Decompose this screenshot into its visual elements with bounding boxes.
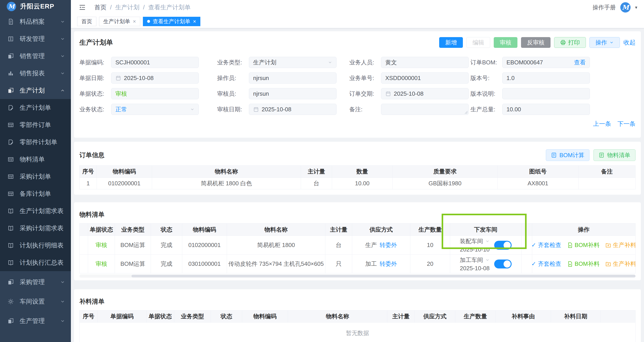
col-supply-mode: 供应方式 <box>352 224 410 236</box>
operator-input[interactable]: njrsun <box>249 72 336 84</box>
book-icon <box>8 242 14 248</box>
horizontal-scrollbar[interactable] <box>80 274 636 278</box>
sidebar-item-workshop-settings[interactable]: 车间设置 <box>0 293 71 310</box>
biz-status-select[interactable]: 正常 <box>111 104 199 115</box>
table-header-row: 单据状态 业务类型 状态 物料编码 物料名称 主计量 供应方式 生产数量 下发车… <box>80 224 636 236</box>
breadcrumb-home[interactable]: 首页 <box>94 3 106 12</box>
doc-status-input[interactable]: 审核 <box>111 88 199 99</box>
cell-production-qty: 20 <box>410 254 450 274</box>
to-outsource-link[interactable]: 转委外 <box>380 241 397 249</box>
field-value: 1.0 <box>506 75 514 82</box>
sidebar-item-material-list[interactable]: 物料清单 <box>0 151 71 168</box>
sidebar-item-rnd-management[interactable]: 研发管理 <box>0 30 71 48</box>
col-spacer <box>80 224 88 236</box>
sidebar-item-production-demand-report[interactable]: 生产计划需求表 <box>0 202 71 220</box>
doc-code-input[interactable]: SCJH000001 <box>111 57 199 68</box>
breadcrumb-section[interactable]: 生产计划 <box>116 3 140 12</box>
table-row[interactable]: 审核 BOM运算 完成 0102000001 简易机柜 1800 台 生产 转委… <box>80 236 636 254</box>
view-bom-link[interactable]: 查看 <box>574 58 586 66</box>
to-outsource-link[interactable]: 转委外 <box>380 260 397 268</box>
print-button[interactable]: 打印 <box>554 37 586 48</box>
production-supplement-action[interactable]: 生产补料 <box>605 260 635 268</box>
manual-link[interactable]: 操作手册 <box>592 4 616 12</box>
tab-production-plan-order[interactable]: 生产计划单 × <box>99 17 140 26</box>
prev-record-link[interactable]: 上一条 <box>593 120 611 128</box>
scrollbar-thumb[interactable] <box>132 275 636 278</box>
field-label: 版本说明: <box>470 90 502 98</box>
order-delivery-date-input[interactable]: 2025-10-08 <box>381 88 469 99</box>
sidebar-item-material-archive[interactable]: 料品档案 <box>0 13 71 30</box>
sidebar-item-production-plan-order[interactable]: 生产计划单 <box>0 99 71 116</box>
dispatch-toggle[interactable] <box>494 241 512 250</box>
chevron-down-icon[interactable]: ▾ <box>635 5 637 10</box>
sidebar-item-production-management[interactable]: 生产管理 <box>0 312 71 330</box>
edit-button[interactable]: 编辑 <box>466 37 490 48</box>
sidebar-item-plan-execution-detail[interactable]: 计划执行明细表 <box>0 237 71 254</box>
field-label: 审核员: <box>217 90 249 98</box>
field-value: 2025-10-08 <box>394 90 424 97</box>
table-header-row: 序号 单据编码 单据状态 业务类型 状态 物料编码 物料名称 主计量 供应方式 … <box>80 310 636 322</box>
doc-date-input[interactable]: 2025-10-08 <box>111 72 199 84</box>
table-row[interactable]: 1 0102000001 简易机柜 1800 白色 台 10.00 GB国标19… <box>80 178 636 189</box>
bom-supplement-action[interactable]: BOM补料 <box>567 241 600 249</box>
version-no-input[interactable]: 1.0 <box>502 72 590 84</box>
kit-check-action[interactable]: ✓齐套检查 <box>532 241 561 249</box>
gear-icon <box>8 298 14 305</box>
kit-check-action[interactable]: ✓齐套检查 <box>532 260 561 268</box>
col-production-qty: 生产数量 <box>455 310 496 322</box>
cell-actions: ✓齐套检查 BOM补料 生产补料 <box>532 236 636 254</box>
resize-handle-icon[interactable] <box>465 111 468 114</box>
sidebar-item-plan-execution-summary[interactable]: 计划执行汇总表 <box>0 254 71 271</box>
sidebar-item-stock-plan-order[interactable]: 备库计划单 <box>0 185 71 202</box>
col-actions: 操作 <box>532 224 636 236</box>
field-label: 审核日期: <box>217 106 249 113</box>
bom-supplement-action[interactable]: BOM补料 <box>567 260 600 268</box>
tab-bar: 首页 生产计划单 × 查看生产计划单 × <box>71 15 644 28</box>
collapse-link[interactable]: 收起 <box>624 38 636 46</box>
audit-button[interactable]: 审核 <box>494 37 518 48</box>
biz-type-select[interactable]: 生产计划 <box>249 57 336 68</box>
sidebar-item-parts-order[interactable]: 零部件订单 <box>0 116 71 134</box>
workshop-select[interactable]: 装配车间 <box>460 238 490 245</box>
add-button[interactable]: 新增 <box>439 37 463 48</box>
order-bom-input[interactable]: EBOM000647 查看 <box>502 57 590 68</box>
sidebar-collapse-icon[interactable] <box>79 4 86 11</box>
tab-home[interactable]: 首页 <box>77 17 96 26</box>
bom-calc-button[interactable]: BOM计算 <box>546 149 590 161</box>
sidebar-item-purchase-management[interactable]: 采购管理 <box>0 274 71 290</box>
app-title: 升阳云ERP <box>20 2 54 11</box>
unaudit-button[interactable]: 反审核 <box>521 37 550 48</box>
book-icon <box>8 225 14 231</box>
sidebar-item-sales-reports[interactable]: 销售报表 <box>0 64 71 82</box>
auditor-input[interactable]: njrsun <box>249 88 336 99</box>
biz-person-input[interactable]: 黄文 <box>381 57 469 68</box>
audit-date-input[interactable]: 2025-10-08 <box>249 104 336 115</box>
sidebar-item-parts-plan-order[interactable]: 零部件计划单 <box>0 134 71 151</box>
table-row[interactable]: 审核 BOM运算 完成 0301000001 传动皮轮件 735×794 主机孔… <box>80 254 636 274</box>
col-doc-status: 单据状态 <box>88 224 115 236</box>
page-title: 生产计划单 <box>80 38 113 47</box>
col-spacer <box>600 310 636 322</box>
actions-dropdown-button[interactable]: 操作 <box>590 37 620 48</box>
next-record-link[interactable]: 下一条 <box>618 120 636 128</box>
dispatch-toggle[interactable] <box>494 260 512 268</box>
avatar[interactable]: M <box>620 2 630 12</box>
sidebar-item-label: 生产计划需求表 <box>20 207 64 215</box>
col-seq: 序号 <box>80 310 98 322</box>
biz-doc-no-input[interactable]: XSDD000001 <box>381 72 469 84</box>
version-note-input[interactable] <box>502 88 590 99</box>
check-icon: ✓ <box>532 260 536 267</box>
sidebar-item-purchase-demand-report[interactable]: 采购计划需求表 <box>0 220 71 237</box>
workshop-select[interactable]: 加工车间 <box>460 256 490 264</box>
production-supplement-action[interactable]: 生产补料 <box>605 241 635 249</box>
close-icon[interactable]: × <box>133 18 136 24</box>
close-icon[interactable]: × <box>193 18 196 24</box>
sidebar-item-purchase-plan-order[interactable]: 采购计划单 <box>0 168 71 185</box>
production-supplement-label: 生产补料 <box>613 260 635 268</box>
tab-view-production-plan-order[interactable]: 查看生产计划单 × <box>143 17 200 26</box>
remark-textarea[interactable] <box>381 104 469 115</box>
sidebar-item-sales-management[interactable]: 销售管理 <box>0 48 71 64</box>
sidebar-item-production-plan[interactable]: 生产计划 <box>0 82 71 99</box>
production-total-input[interactable]: 10.00 <box>502 104 590 115</box>
material-list-button[interactable]: 物料清单 <box>594 149 636 161</box>
